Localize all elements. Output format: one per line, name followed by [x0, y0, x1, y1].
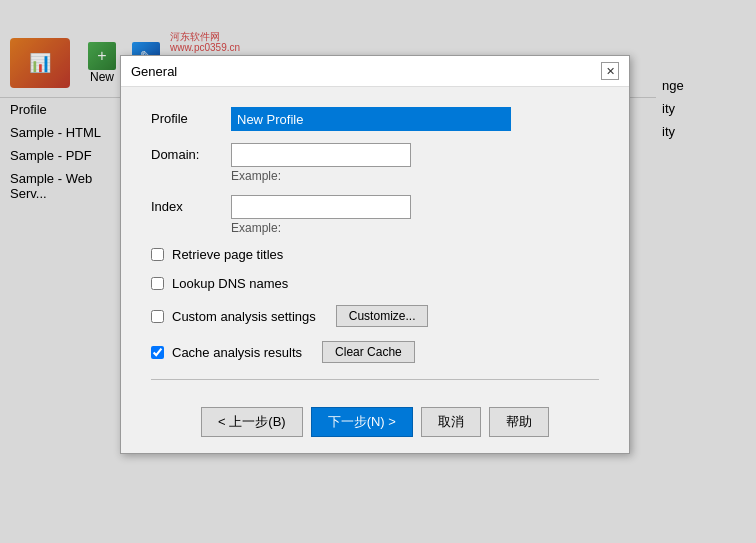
modal-body: Profile Domain: Example: Index Example:: [121, 87, 629, 407]
index-input[interactable]: [231, 195, 411, 219]
index-row: Index Example:: [151, 195, 599, 235]
modal-title: General: [131, 64, 177, 79]
lookup-dns-label[interactable]: Lookup DNS names: [172, 276, 288, 291]
profile-label: Profile: [151, 107, 231, 126]
modal-overlay: General ✕ Profile Domain: Example:: [0, 0, 756, 543]
custom-analysis-label[interactable]: Custom analysis settings: [172, 309, 316, 324]
back-button[interactable]: < 上一步(B): [201, 407, 303, 437]
retrieve-titles-checkbox[interactable]: [151, 248, 164, 261]
index-field-group: Example:: [231, 195, 599, 235]
domain-row: Domain: Example:: [151, 143, 599, 183]
modal-separator: [151, 379, 599, 380]
cache-analysis-checkbox[interactable]: [151, 346, 164, 359]
profile-input[interactable]: [231, 107, 511, 131]
cancel-button[interactable]: 取消: [421, 407, 481, 437]
cache-analysis-row: Cache analysis results Clear Cache: [151, 341, 599, 363]
index-label: Index: [151, 195, 231, 214]
custom-analysis-row: Custom analysis settings Customize...: [151, 305, 599, 327]
lookup-dns-row: Lookup DNS names: [151, 276, 599, 291]
domain-example: Example:: [231, 169, 599, 183]
next-button[interactable]: 下一步(N) >: [311, 407, 413, 437]
domain-label: Domain:: [151, 143, 231, 162]
modal-titlebar: General ✕: [121, 56, 629, 87]
index-example: Example:: [231, 221, 599, 235]
customize-button[interactable]: Customize...: [336, 305, 429, 327]
clear-cache-button[interactable]: Clear Cache: [322, 341, 415, 363]
domain-field-group: Example:: [231, 143, 599, 183]
help-button[interactable]: 帮助: [489, 407, 549, 437]
cache-analysis-label[interactable]: Cache analysis results: [172, 345, 302, 360]
modal-close-button[interactable]: ✕: [601, 62, 619, 80]
custom-analysis-checkbox[interactable]: [151, 310, 164, 323]
profile-row: Profile: [151, 107, 599, 131]
modal-footer: < 上一步(B) 下一步(N) > 取消 帮助: [121, 407, 629, 453]
domain-input[interactable]: [231, 143, 411, 167]
general-dialog: General ✕ Profile Domain: Example:: [120, 55, 630, 454]
retrieve-titles-label[interactable]: Retrieve page titles: [172, 247, 283, 262]
lookup-dns-checkbox[interactable]: [151, 277, 164, 290]
profile-field-group: [231, 107, 599, 131]
retrieve-titles-row: Retrieve page titles: [151, 247, 599, 262]
